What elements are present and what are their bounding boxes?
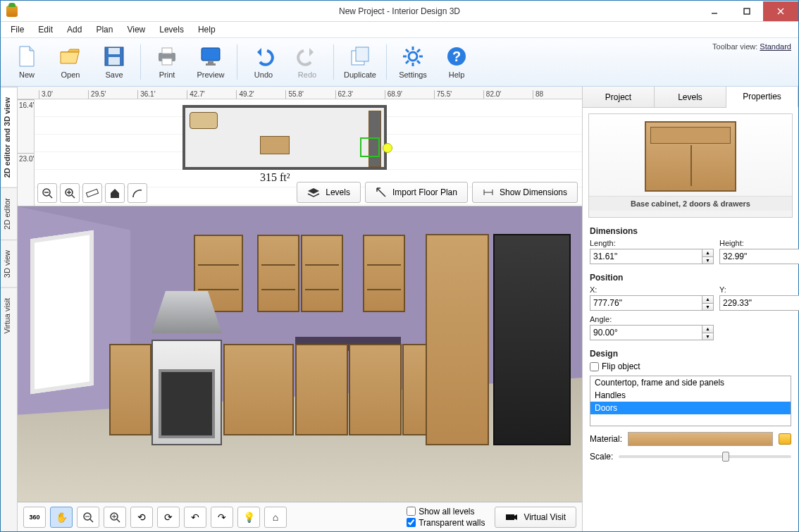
tab-3d-view[interactable]: 3D view (1, 240, 17, 287)
tilt-up-button[interactable]: ⟲ (130, 507, 153, 528)
refrigerator[interactable] (493, 234, 571, 445)
material-swatch[interactable] (628, 432, 773, 446)
view3d-toolbar: 360 ✋ ⟲ ⟳ ↶ ↷ 💡 ⌂ Show all levels Transp… (18, 502, 582, 531)
zoom-out-button[interactable] (37, 183, 57, 203)
help-button[interactable]: ?Help (435, 39, 478, 85)
duplicate-button[interactable]: Duplicate (338, 39, 382, 85)
folder-icon[interactable] (779, 433, 791, 445)
pan-button[interactable]: ✋ (50, 507, 73, 528)
tab-properties[interactable]: Properties (726, 87, 798, 108)
plan-furniture[interactable] (260, 136, 290, 154)
menu-edit[interactable]: Edit (32, 23, 58, 36)
material-row: Material: (590, 432, 791, 446)
flip-object-checkbox[interactable]: Flip object (590, 361, 791, 371)
selection-handle[interactable] (383, 143, 392, 153)
list-item[interactable]: Handles (590, 389, 791, 402)
dimensions-heading: Dimensions (590, 226, 791, 236)
room-outline (182, 105, 387, 170)
list-item[interactable]: Doors (590, 402, 791, 414)
svg-rect-1 (744, 8, 750, 14)
transparent-walls-checkbox[interactable]: Transparent walls (407, 518, 485, 528)
menu-add[interactable]: Add (61, 23, 87, 36)
wall-cabinet[interactable] (257, 235, 299, 312)
tab-2d-editor[interactable]: 2D editor (1, 187, 17, 240)
printer-icon (156, 45, 178, 68)
svg-rect-10 (202, 48, 220, 61)
toolbar-view-link[interactable]: Standard (760, 42, 791, 51)
stove[interactable] (151, 340, 222, 445)
measure-button[interactable] (82, 183, 102, 203)
y-input[interactable]: ▲▼ (719, 295, 799, 311)
new-button[interactable]: New (5, 39, 49, 85)
design-parts-list[interactable]: Countertop, frame and side panels Handle… (590, 376, 791, 426)
spin-down-icon[interactable]: ▼ (702, 257, 713, 264)
tab-levels[interactable]: Levels (655, 87, 726, 107)
plan-2d-pane: 3.0'29.5'36.1'42.7'49.2'55.8'62.3'68.9'7… (18, 87, 582, 206)
menu-help[interactable]: Help (192, 23, 221, 36)
svg-rect-5 (109, 48, 120, 54)
plan-canvas[interactable]: 315 ft² Levels Import Floor Plan Show Di… (35, 99, 582, 206)
wall-cabinet[interactable] (363, 235, 405, 312)
menu-view[interactable]: View (121, 23, 151, 36)
minimize-button[interactable] (698, 1, 731, 21)
preview-button[interactable]: Preview (189, 39, 233, 85)
tab-2d-3d-combo[interactable]: 2D editor and 3D view (1, 87, 17, 187)
selection-marker[interactable] (360, 137, 380, 157)
toolbar-separator (386, 44, 387, 80)
base-cabinet[interactable] (349, 344, 402, 435)
virtual-visit-button[interactable]: Virtual Visit (495, 507, 576, 528)
zoom-out-3d-button[interactable] (77, 507, 99, 528)
arc-tool-button[interactable] (128, 183, 147, 203)
base-cabinet[interactable] (109, 344, 151, 435)
plan-furniture[interactable] (190, 112, 218, 129)
maximize-button[interactable] (731, 1, 763, 21)
menu-levels[interactable]: Levels (154, 23, 190, 36)
angle-input[interactable]: ▲▼ (590, 325, 714, 340)
show-dimensions-button[interactable]: Show Dimensions (472, 182, 578, 203)
camera-reset-button[interactable]: ⌂ (264, 507, 287, 528)
tilt-down-button[interactable]: ⟳ (157, 507, 180, 528)
scale-slider[interactable] (619, 455, 791, 458)
levels-button[interactable]: Levels (297, 182, 361, 203)
redo-icon (296, 45, 318, 68)
zoom-in-3d-button[interactable] (104, 507, 126, 528)
ruler-horizontal: 3.0'29.5'36.1'42.7'49.2'55.8'62.3'68.9'7… (18, 87, 582, 99)
height-input[interactable]: ▲▼ (719, 249, 799, 264)
lighting-button[interactable]: 💡 (237, 507, 260, 528)
spin-up-icon[interactable]: ▲ (702, 249, 713, 257)
zoom-in-button[interactable] (60, 183, 80, 203)
svg-line-38 (90, 519, 93, 522)
redo-button[interactable]: Redo (285, 39, 329, 85)
menu-file[interactable]: File (5, 23, 30, 36)
x-input[interactable]: ▲▼ (590, 295, 714, 311)
print-button[interactable]: Print (145, 39, 189, 85)
length-input[interactable]: ▲▼ (590, 249, 714, 264)
list-item[interactable]: Countertop, frame and side panels (590, 376, 791, 389)
wall-cabinet[interactable] (301, 235, 343, 312)
show-all-levels-checkbox[interactable]: Show all levels (407, 507, 485, 516)
close-button[interactable] (763, 1, 798, 21)
tab-project[interactable]: Project (583, 87, 655, 107)
save-button[interactable]: Save (92, 39, 136, 85)
toolbar-view-label: Toolbar view: Standard (712, 42, 791, 51)
orbit-left-button[interactable]: ↶ (184, 507, 206, 528)
svg-line-21 (417, 61, 420, 63)
view-3d-pane[interactable] (18, 206, 582, 502)
open-button[interactable]: Open (49, 39, 92, 85)
window-controls (698, 1, 798, 21)
settings-button[interactable]: Settings (391, 39, 435, 85)
home-button[interactable] (105, 183, 125, 203)
orbit-right-button[interactable]: ↷ (211, 507, 233, 528)
rotate-360-button[interactable]: 360 (23, 507, 46, 528)
position-section: Position X:▲▼ Y:▲▼ Above floor level:▲▼ … (583, 270, 798, 346)
import-floorplan-button[interactable]: Import Floor Plan (365, 182, 468, 203)
menu-plan[interactable]: Plan (90, 23, 118, 36)
window-3d (30, 230, 94, 395)
base-cabinet[interactable] (223, 344, 294, 435)
slider-thumb[interactable] (722, 452, 729, 462)
preview-label: Base cabinet, 2 doors & drawers (589, 196, 792, 211)
tab-virtual-visit[interactable]: Virtua visit (1, 287, 17, 344)
tall-cabinet[interactable] (426, 234, 489, 445)
base-cabinet[interactable] (295, 344, 348, 435)
undo-button[interactable]: Undo (242, 39, 285, 85)
